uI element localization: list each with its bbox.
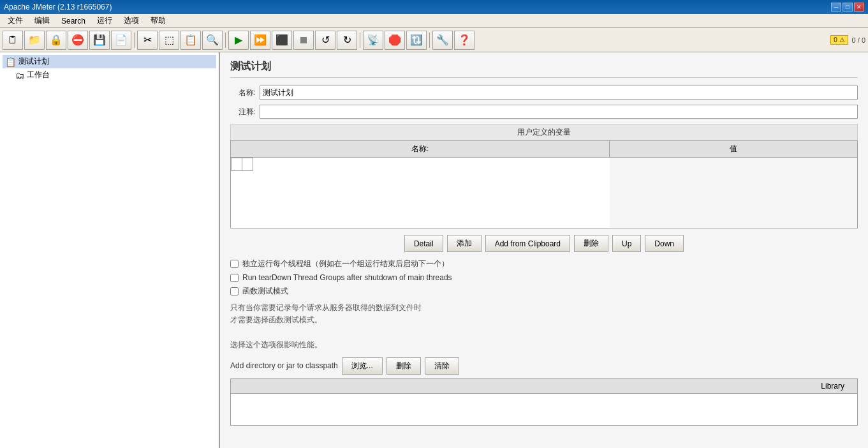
- add-button[interactable]: 添加: [447, 235, 482, 252]
- toolbar-cut-button[interactable]: ✂: [137, 31, 158, 50]
- toolbar-paste-button[interactable]: 📋: [180, 31, 201, 50]
- menu-bar: 文件 编辑 Search 运行 选项 帮助: [0, 14, 868, 28]
- toolbar-stopnow-button[interactable]: ⏹: [293, 31, 314, 50]
- panel-title: 测试计划: [230, 60, 858, 78]
- classpath-clear-button[interactable]: 清除: [425, 357, 459, 375]
- comment-input[interactable]: [260, 105, 858, 119]
- table-row: [232, 158, 253, 171]
- menu-options[interactable]: 选项: [119, 14, 144, 27]
- toolbar-error-button[interactable]: ⛔: [68, 31, 88, 50]
- toolbar-save-button[interactable]: 💾: [89, 31, 110, 50]
- desc-line1: 只有当你需要记录每个请求从服务器取得的数据到文件时: [230, 302, 858, 314]
- menu-edit[interactable]: 编辑: [29, 14, 55, 27]
- library-row: [231, 393, 858, 425]
- desc-line3: 选择这个选项很影响性能。: [230, 339, 858, 351]
- toolbar-help-button[interactable]: ❓: [454, 31, 474, 50]
- menu-search[interactable]: Search: [56, 15, 91, 27]
- library-table-body: [231, 393, 858, 425]
- menu-run[interactable]: 运行: [92, 14, 117, 27]
- restore-button[interactable]: □: [842, 3, 853, 11]
- warning-count: 0 ⚠: [830, 35, 848, 45]
- variables-table-body: [231, 158, 610, 228]
- add-clipboard-button[interactable]: Add from Clipboard: [485, 235, 570, 252]
- checkbox-row-3: 函数测试模式: [230, 286, 858, 297]
- tree-item-worktable[interactable]: 🗂 工作台: [3, 68, 216, 82]
- tree-item-testplan[interactable]: 📋 测试计划: [3, 55, 216, 68]
- classpath-label: Add directory or jar to classpath: [230, 361, 338, 370]
- down-button[interactable]: Down: [645, 235, 684, 252]
- col-value-header: 值: [610, 141, 858, 158]
- classpath-delete-button[interactable]: 删除: [386, 357, 421, 375]
- minimize-button[interactable]: ─: [831, 3, 841, 11]
- checkbox-row-2: Run tearDown Thread Groups after shutdow…: [230, 273, 858, 282]
- action-buttons: Detail 添加 Add from Clipboard 删除 Up Down: [230, 235, 858, 252]
- toolbar-remoteclear-button[interactable]: 🔃: [406, 31, 427, 50]
- toolbar-open-button[interactable]: 📁: [24, 31, 45, 50]
- toolbar-runall-button[interactable]: ⏩: [250, 31, 270, 50]
- tree-item-worktable-label: 工作台: [27, 70, 50, 80]
- delete-button[interactable]: 删除: [574, 235, 608, 252]
- comment-row: 注释:: [230, 105, 858, 119]
- window-controls: ─ □ ✕: [831, 3, 864, 11]
- desc-line2: 才需要选择函数测试模式。: [230, 314, 858, 326]
- separator-2: [225, 33, 226, 48]
- title-bar: Apache JMeter (2.13 r1665067) ─ □ ✕: [0, 0, 868, 14]
- classpath-row: Add directory or jar to classpath 浏览... …: [230, 357, 858, 375]
- variables-table: 名称: 值: [230, 140, 858, 228]
- checkbox-row-1: 独立运行每个线程组（例如在一个组运行结束后启动下一个）: [230, 258, 858, 269]
- toolbar-stop-button[interactable]: ⬛: [272, 31, 292, 50]
- checkbox-threadgroup[interactable]: [230, 260, 239, 268]
- toolbar-lock-button[interactable]: 🔒: [46, 31, 66, 50]
- testplan-icon: 📋: [5, 57, 16, 67]
- content-panel: 测试计划 名称: 注释: 用户定义的变量 名称: 值: [220, 52, 868, 448]
- checkbox-teardown-label: Run tearDown Thread Groups after shutdow…: [242, 273, 452, 282]
- description-text: 只有当你需要记录每个请求从服务器取得的数据到文件时 才需要选择函数测试模式。 选…: [230, 302, 858, 351]
- separator-3: [360, 33, 360, 48]
- detail-button[interactable]: Detail: [404, 235, 443, 252]
- toolbar-new-button[interactable]: 🗒: [3, 31, 23, 50]
- toolbar-clearall-button[interactable]: ↻: [337, 31, 357, 50]
- separator-4: [429, 33, 430, 48]
- worktable-icon: 🗂: [15, 70, 24, 80]
- library-col-header: Library: [231, 378, 858, 393]
- up-button[interactable]: Up: [612, 235, 641, 252]
- toolbar-saveconfig-button[interactable]: 📄: [111, 31, 131, 50]
- checkbox-functest-label: 函数测试模式: [242, 286, 288, 297]
- tree-item-testplan-label: 测试计划: [18, 56, 49, 67]
- toolbar-remoterun-button[interactable]: 📡: [363, 31, 383, 50]
- toolbar-function-button[interactable]: 🔧: [432, 31, 453, 50]
- toolbar-clear-button[interactable]: ↺: [315, 31, 335, 50]
- checkbox-functest[interactable]: [230, 287, 239, 295]
- separator-1: [134, 33, 135, 48]
- toolbar-copy-button[interactable]: ⬚: [159, 31, 179, 50]
- table-cell-name: [232, 158, 242, 171]
- name-input[interactable]: [260, 86, 858, 100]
- close-button[interactable]: ✕: [854, 3, 864, 11]
- variables-section-label: 用户定义的变量: [230, 124, 858, 140]
- menu-file[interactable]: 文件: [3, 14, 28, 27]
- toolbar: 🗒 📁 🔒 ⛔ 💾 📄 ✂ ⬚ 📋 🔍 ▶ ⏩ ⬛ ⏹ ↺ ↻ 📡 🛑 🔃 🔧 …: [0, 28, 868, 52]
- name-label: 名称:: [230, 87, 256, 98]
- window-title: Apache JMeter (2.13 r1665067): [4, 3, 112, 11]
- toolbar-run-button[interactable]: ▶: [228, 31, 249, 50]
- library-cell: [231, 393, 858, 425]
- comment-label: 注释:: [230, 107, 256, 117]
- menu-help[interactable]: 帮助: [145, 14, 171, 27]
- test-counts: 0 / 0: [852, 36, 865, 44]
- name-row: 名称:: [230, 86, 858, 100]
- main-layout: 📋 测试计划 🗂 工作台 测试计划 名称: 注释: 用户定义的变量 名称: 值: [0, 52, 868, 448]
- checkbox-teardown[interactable]: [230, 274, 239, 282]
- toolbar-remotestop-button[interactable]: 🛑: [385, 31, 405, 50]
- table-cell-value: [242, 158, 253, 171]
- toolbar-expand-button[interactable]: 🔍: [202, 31, 223, 50]
- sidebar: 📋 测试计划 🗂 工作台: [0, 52, 220, 448]
- checkbox-threadgroup-label: 独立运行每个线程组（例如在一个组运行结束后启动下一个）: [242, 258, 449, 269]
- browse-button[interactable]: 浏览...: [342, 357, 383, 375]
- library-table: Library: [230, 378, 858, 426]
- toolbar-status: 0 ⚠ 0 / 0: [830, 35, 865, 45]
- col-name-header: 名称:: [231, 141, 610, 158]
